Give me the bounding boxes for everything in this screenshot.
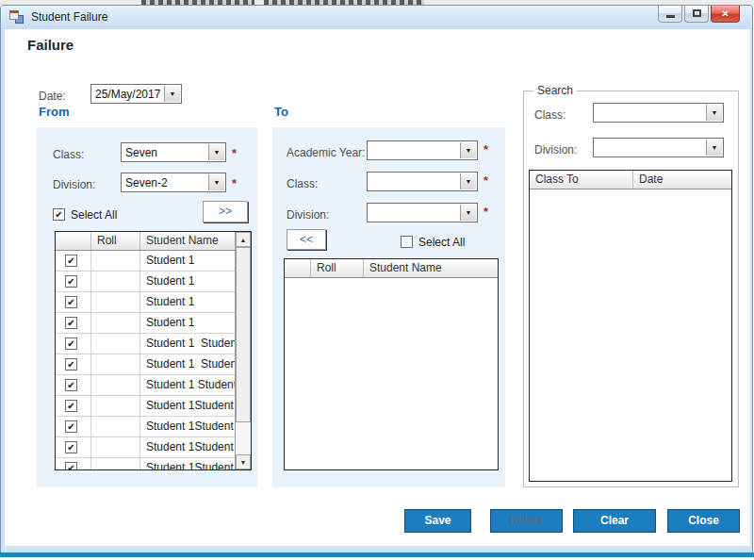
chevron-down-icon[interactable] xyxy=(460,173,476,189)
to-select-all-label: Select All xyxy=(418,236,465,249)
student-failure-window: Student Failure ✕ Failure Date: 25/May/2… xyxy=(0,5,753,554)
to-students-table: Roll Student Name xyxy=(284,258,499,470)
chevron-down-icon[interactable] xyxy=(460,142,476,158)
chevron-down-icon[interactable] xyxy=(460,205,476,221)
to-class-label: Class: xyxy=(287,177,318,190)
search-division-value xyxy=(594,139,723,141)
chevron-down-icon[interactable] xyxy=(208,144,224,160)
chevron-down-icon[interactable] xyxy=(706,105,722,121)
to-class-dropdown[interactable] xyxy=(367,172,478,191)
search-section-label: Search xyxy=(533,84,577,97)
chevron-down-icon[interactable] xyxy=(706,140,722,156)
delete-button[interactable]: Delete xyxy=(490,509,563,533)
roll-column-header[interactable]: Roll xyxy=(91,232,140,250)
table-row[interactable]: Student 1 xyxy=(56,313,235,334)
to-academic-year-dropdown[interactable] xyxy=(367,140,478,160)
student-name-cell: Student 1Student 1 xyxy=(140,417,235,436)
table-row[interactable]: Student 1 xyxy=(56,272,235,292)
move-right-button[interactable]: >> xyxy=(203,201,248,222)
student-name-cell: Student 1 Student 1 xyxy=(140,334,235,354)
clear-button[interactable]: Clear xyxy=(573,509,656,533)
roll-cell xyxy=(91,334,140,354)
client-area: Failure Date: 25/May/2017 From Class: Se… xyxy=(5,29,750,546)
student-name-cell: Student 1 Student 1 xyxy=(140,354,235,374)
minimize-button[interactable] xyxy=(658,6,682,23)
close-icon: ✕ xyxy=(712,6,739,22)
search-class-dropdown[interactable] xyxy=(593,103,724,123)
table-row[interactable]: Student 1Student 1 xyxy=(56,396,235,417)
row-checkbox[interactable] xyxy=(65,400,77,412)
student-name-column-header[interactable]: Student Name xyxy=(364,259,498,277)
check-cell xyxy=(56,334,91,354)
maximize-icon xyxy=(693,9,701,17)
from-division-label: Division: xyxy=(53,178,95,191)
check-cell xyxy=(56,292,91,312)
scroll-up-button[interactable] xyxy=(236,232,251,247)
search-class-value xyxy=(594,104,723,107)
check-cell xyxy=(56,251,91,271)
to-division-label: Division: xyxy=(287,208,329,222)
check-column-header[interactable] xyxy=(56,232,91,250)
row-checkbox[interactable] xyxy=(65,255,77,267)
search-table-body xyxy=(530,189,731,481)
table-row[interactable]: Student 1Student 1 xyxy=(56,417,235,437)
roll-cell xyxy=(91,313,140,333)
check-cell xyxy=(56,396,91,416)
roll-cell xyxy=(91,396,140,416)
check-cell xyxy=(56,458,91,469)
check-cell xyxy=(56,417,91,436)
date-label: Date: xyxy=(39,90,66,103)
student-name-cell: Student 1Student 1 xyxy=(140,437,235,457)
student-name-cell: Student 1Student 1 xyxy=(140,396,235,416)
from-select-all-checkbox[interactable] xyxy=(53,208,65,221)
chevron-down-icon[interactable] xyxy=(208,174,224,190)
icon-front-window xyxy=(9,10,19,20)
check-column-header[interactable] xyxy=(285,259,311,277)
row-checkbox[interactable] xyxy=(65,462,77,469)
to-table-header: Roll Student Name xyxy=(285,259,498,278)
move-left-button[interactable]: << xyxy=(287,229,326,250)
from-class-label: Class: xyxy=(53,148,84,161)
table-row[interactable]: Student 1Student 1 xyxy=(56,458,235,469)
check-cell xyxy=(56,437,91,457)
vertical-scrollbar[interactable] xyxy=(235,232,251,469)
date-column-header[interactable]: Date xyxy=(633,171,731,189)
roll-cell xyxy=(91,417,140,436)
search-division-dropdown[interactable] xyxy=(593,138,724,157)
search-table-header: Class To Date xyxy=(530,171,731,189)
row-checkbox[interactable] xyxy=(65,338,77,350)
row-checkbox[interactable] xyxy=(65,379,77,391)
from-division-dropdown[interactable]: Seven-2 xyxy=(121,173,226,192)
to-select-all-checkbox[interactable] xyxy=(401,236,413,248)
scrollbar-thumb[interactable] xyxy=(236,247,251,422)
class-to-column-header[interactable]: Class To xyxy=(530,171,633,189)
row-checkbox[interactable] xyxy=(65,420,77,433)
table-row[interactable]: Student 1 xyxy=(56,251,235,272)
table-row[interactable]: Student 1 xyxy=(56,292,235,313)
row-checkbox[interactable] xyxy=(65,317,77,329)
row-checkbox[interactable] xyxy=(65,358,77,371)
from-class-dropdown[interactable]: Seven xyxy=(121,142,226,162)
student-name-cell: Student 1 xyxy=(140,313,235,333)
save-button[interactable]: Save xyxy=(404,509,471,533)
table-row[interactable]: Student 1 Student 1 xyxy=(56,334,235,354)
date-dropdown[interactable]: 25/May/2017 xyxy=(90,84,182,104)
table-row[interactable]: Student 1 Student 1 xyxy=(56,354,235,375)
scroll-down-button[interactable] xyxy=(236,454,251,469)
check-cell xyxy=(56,375,91,395)
row-checkbox[interactable] xyxy=(65,275,77,288)
row-checkbox[interactable] xyxy=(65,441,77,453)
roll-column-header[interactable]: Roll xyxy=(311,259,364,277)
close-action-button[interactable]: Close xyxy=(667,509,740,533)
search-results-table: Class To Date xyxy=(529,170,732,482)
roll-cell xyxy=(91,251,140,271)
table-row[interactable]: Student 1Student 1 xyxy=(56,437,235,458)
to-division-dropdown[interactable] xyxy=(367,203,478,222)
title-bar[interactable]: Student Failure ✕ xyxy=(1,6,752,29)
row-checkbox[interactable] xyxy=(65,296,77,308)
table-row[interactable]: Student 1 Student 1 St... xyxy=(56,375,235,396)
student-name-column-header[interactable]: Student Name xyxy=(140,232,235,250)
close-button[interactable]: ✕ xyxy=(711,6,740,23)
maximize-button[interactable] xyxy=(684,6,709,23)
chevron-down-icon[interactable] xyxy=(164,86,180,102)
